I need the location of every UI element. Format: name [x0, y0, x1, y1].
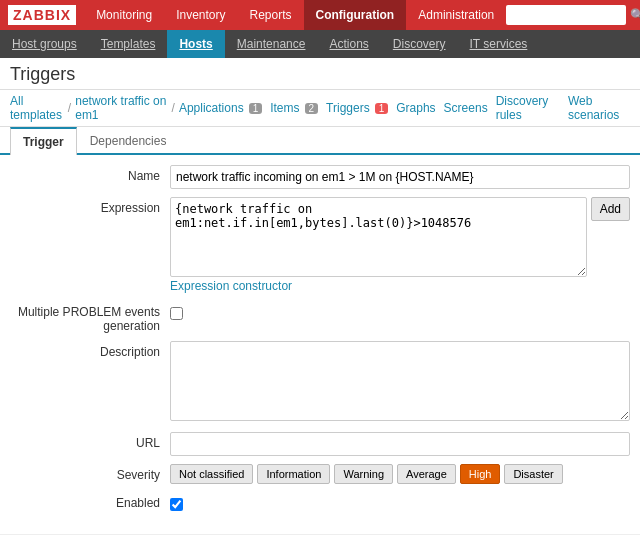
severity-high[interactable]: High [460, 464, 501, 484]
url-label: URL [10, 432, 170, 450]
severity-disaster[interactable]: Disaster [504, 464, 562, 484]
severity-information[interactable]: Information [257, 464, 330, 484]
severity-row: Severity Not classified Information Warn… [0, 464, 640, 484]
breadcrumb-discovery-rules[interactable]: Discovery rules [496, 94, 560, 122]
logo[interactable]: ZABBIX [0, 0, 84, 30]
description-row: Description [0, 341, 640, 424]
add-button[interactable]: Add [591, 197, 630, 221]
subnav-discovery[interactable]: Discovery [381, 30, 458, 58]
name-field [170, 165, 630, 189]
expression-wrap: {network traffic on em1:net.if.in[em1,by… [170, 197, 630, 277]
severity-label: Severity [10, 464, 170, 482]
tab-trigger[interactable]: Trigger [10, 127, 77, 155]
enabled-label: Enabled [10, 492, 170, 510]
severity-warning[interactable]: Warning [334, 464, 393, 484]
search-input[interactable] [506, 5, 626, 25]
breadcrumb: All templates / network traffic on em1 /… [0, 90, 640, 127]
name-label: Name [10, 165, 170, 183]
subnav-itservices[interactable]: IT services [458, 30, 540, 58]
nav-configuration[interactable]: Configuration [304, 0, 407, 30]
expression-field: {network traffic on em1:net.if.in[em1,by… [170, 197, 630, 293]
nav-administration[interactable]: Administration [406, 0, 506, 30]
top-nav-items: Monitoring Inventory Reports Configurati… [84, 0, 506, 30]
page-title: Triggers [10, 64, 630, 85]
enabled-row: Enabled [0, 492, 640, 516]
expression-label: Expression [10, 197, 170, 215]
breadcrumb-screens[interactable]: Screens [444, 101, 488, 115]
sub-navbar: Host groups Templates Hosts Maintenance … [0, 30, 640, 58]
nav-inventory[interactable]: Inventory [164, 0, 237, 30]
breadcrumb-triggers[interactable]: Triggers [326, 101, 370, 115]
url-field [170, 432, 630, 456]
multiple-problem-field [170, 301, 630, 325]
description-textarea[interactable] [170, 341, 630, 421]
search-icon[interactable]: 🔍 [630, 8, 640, 22]
multiple-problem-label: Multiple PROBLEM events generation [10, 301, 170, 333]
enabled-checkbox[interactable] [170, 498, 183, 511]
subnav-templates[interactable]: Templates [89, 30, 168, 58]
tab-dependencies[interactable]: Dependencies [77, 127, 180, 155]
url-row: URL [0, 432, 640, 456]
multiple-problem-row: Multiple PROBLEM events generation [0, 301, 640, 333]
expression-textarea[interactable]: {network traffic on em1:net.if.in[em1,by… [170, 197, 587, 277]
multiple-problem-checkbox[interactable] [170, 307, 183, 320]
breadcrumb-graphs[interactable]: Graphs [396, 101, 435, 115]
subnav-hostgroups[interactable]: Host groups [0, 30, 89, 58]
search-bar: 🔍 [506, 5, 640, 25]
nav-monitoring[interactable]: Monitoring [84, 0, 164, 30]
severity-not-classified[interactable]: Not classified [170, 464, 253, 484]
expression-constructor-link[interactable]: Expression constructor [170, 279, 292, 293]
severity-wrap: Not classified Information Warning Avera… [170, 464, 630, 484]
enabled-field [170, 492, 630, 516]
severity-average[interactable]: Average [397, 464, 456, 484]
form-container: Name Expression {network traffic on em1:… [0, 155, 640, 534]
description-field [170, 341, 630, 424]
breadcrumb-web-scenarios[interactable]: Web scenarios [568, 94, 630, 122]
breadcrumb-all-templates[interactable]: All templates [10, 94, 64, 122]
breadcrumb-items[interactable]: Items [270, 101, 299, 115]
subnav-hosts[interactable]: Hosts [167, 30, 224, 58]
name-row: Name [0, 165, 640, 189]
expression-row: Expression {network traffic on em1:net.i… [0, 197, 640, 293]
logo-text: ZABBIX [8, 5, 76, 25]
url-input[interactable] [170, 432, 630, 456]
nav-reports[interactable]: Reports [238, 0, 304, 30]
subnav-actions[interactable]: Actions [317, 30, 380, 58]
breadcrumb-host[interactable]: network traffic on em1 [75, 94, 167, 122]
name-input[interactable] [170, 165, 630, 189]
breadcrumb-applications[interactable]: Applications [179, 101, 244, 115]
severity-field: Not classified Information Warning Avera… [170, 464, 630, 484]
top-navbar: ZABBIX Monitoring Inventory Reports Conf… [0, 0, 640, 30]
description-label: Description [10, 341, 170, 359]
tabs-bar: Trigger Dependencies [0, 127, 640, 155]
action-row: Update Clone Delete Cancel [0, 534, 640, 540]
subnav-maintenance[interactable]: Maintenance [225, 30, 318, 58]
